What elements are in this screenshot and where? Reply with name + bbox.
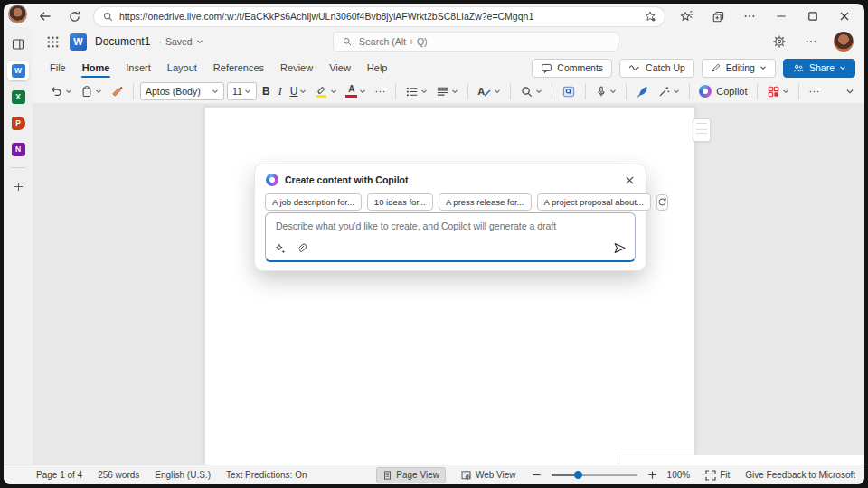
send-button[interactable] <box>613 241 627 255</box>
app-search-input[interactable] <box>359 36 609 47</box>
refresh-icon <box>68 10 81 23</box>
account-avatar[interactable] <box>834 32 854 52</box>
sidebar-toggle-button[interactable] <box>7 34 29 54</box>
sidebar-item-onenote[interactable]: N <box>7 139 29 159</box>
search-in-document-button[interactable] <box>559 83 579 100</box>
sidebar-add-button[interactable] <box>7 176 29 196</box>
close-button[interactable] <box>835 7 854 25</box>
toolbar-divider <box>395 84 396 99</box>
app-launcher-button[interactable] <box>43 33 61 51</box>
collapse-ribbon-button[interactable] <box>843 85 857 98</box>
editor-button[interactable] <box>633 83 652 100</box>
collections-button[interactable] <box>709 7 727 25</box>
header-more-button[interactable] <box>802 33 820 51</box>
tab-help[interactable]: Help <box>359 58 396 78</box>
content-edge-strip <box>618 455 864 465</box>
tab-review[interactable]: Review <box>272 58 321 78</box>
chevron-down-icon <box>839 64 846 71</box>
zoom-out-button[interactable] <box>532 470 542 480</box>
align-button[interactable] <box>433 83 461 100</box>
text-predictions-status[interactable]: Text Predictions: On <box>226 470 307 480</box>
editing-mode-button[interactable]: Editing <box>702 59 776 78</box>
find-button[interactable] <box>517 83 545 100</box>
suggestion-chip[interactable]: A project proposal about... <box>537 193 651 211</box>
page-count[interactable]: Page 1 of 4 <box>36 470 82 480</box>
address-bar[interactable] <box>94 7 665 26</box>
tab-references[interactable]: References <box>205 58 272 78</box>
back-button[interactable] <box>36 7 54 25</box>
suggestion-chip[interactable]: A press release for... <box>439 193 532 211</box>
app-search-box[interactable] <box>333 32 618 52</box>
toolbar-divider <box>626 84 627 99</box>
tab-file[interactable]: File <box>42 58 74 78</box>
font-size-select[interactable]: 11 <box>227 82 257 100</box>
catch-up-button[interactable]: Catch Up <box>619 59 694 78</box>
collapsed-comment-card[interactable] <box>693 118 711 142</box>
minimize-button[interactable] <box>772 7 790 25</box>
toolbar-overflow-button[interactable] <box>806 84 823 99</box>
font-color-button[interactable]: A <box>343 83 369 99</box>
styles-button[interactable]: A <box>475 85 504 99</box>
language-status[interactable]: English (U.S.) <box>155 470 211 480</box>
undo-button[interactable] <box>47 83 75 100</box>
zoom-slider[interactable] <box>552 471 637 480</box>
refresh-suggestions-button[interactable] <box>656 194 668 211</box>
web-view-button[interactable]: Web View <box>455 468 522 483</box>
copilot-button[interactable]: Copilot <box>696 83 750 99</box>
document-page[interactable] <box>204 107 695 465</box>
zoom-slider-handle[interactable] <box>574 471 582 479</box>
tab-view[interactable]: View <box>321 58 359 78</box>
feedback-link[interactable]: Give Feedback to Microsoft <box>745 470 855 480</box>
chevron-down-icon <box>760 64 767 71</box>
italic-button[interactable]: I <box>276 83 285 100</box>
format-painter-button[interactable] <box>108 83 127 100</box>
formatting-toolbar: Aptos (Body) 11 B I U A A <box>33 80 864 103</box>
share-button[interactable]: Share <box>783 59 855 78</box>
settings-gear-button[interactable] <box>770 33 788 51</box>
tab-insert[interactable]: Insert <box>118 58 159 78</box>
copilot-dialog-header: Create content with Copilot <box>255 164 646 193</box>
attach-paperclip-icon[interactable] <box>296 242 307 255</box>
rewrite-sparkle-icon[interactable] <box>275 243 287 255</box>
bold-button[interactable]: B <box>259 83 273 99</box>
sidebar-item-word[interactable]: W <box>7 61 29 80</box>
comments-button[interactable]: Comments <box>532 59 612 78</box>
document-title[interactable]: Document1 <box>95 35 150 48</box>
designer-button[interactable] <box>764 83 792 100</box>
word-count[interactable]: 256 words <box>98 470 139 480</box>
underline-button[interactable]: U <box>288 83 310 99</box>
refresh-button[interactable] <box>65 7 83 25</box>
zoom-level[interactable]: 100% <box>667 470 691 480</box>
suggestion-chip[interactable]: 10 ideas for... <box>367 193 433 211</box>
sidebar-item-powerpoint[interactable]: P <box>7 113 29 133</box>
paste-button[interactable] <box>78 83 105 100</box>
font-name-select[interactable]: Aptos (Body) <box>140 82 224 100</box>
bookmark-star-icon[interactable] <box>644 10 656 23</box>
dictate-button[interactable] <box>592 83 619 100</box>
suggestion-chip[interactable]: A job description for... <box>265 193 362 211</box>
highlight-button[interactable] <box>312 82 340 100</box>
copilot-button-label: Copilot <box>716 86 747 97</box>
title-separator: · <box>158 36 162 47</box>
word-logo-icon[interactable]: W <box>70 33 87 51</box>
fit-icon <box>705 470 716 481</box>
copilot-close-button[interactable] <box>622 173 637 187</box>
page-view-button[interactable]: Page View <box>377 468 445 483</box>
browser-menu-button[interactable] <box>741 7 759 25</box>
more-formatting-button[interactable] <box>372 84 389 99</box>
toolbar-divider <box>757 84 758 99</box>
sidebar-item-excel[interactable]: X <box>7 87 29 107</box>
bullet-list-button[interactable] <box>402 83 430 100</box>
copilot-prompt-input[interactable] <box>266 213 635 260</box>
magic-wand-button[interactable] <box>655 83 683 100</box>
zoom-in-button[interactable] <box>647 470 657 480</box>
tab-home[interactable]: Home <box>74 58 118 78</box>
save-status[interactable]: · Saved <box>158 36 203 47</box>
fit-button[interactable]: Fit <box>700 468 735 483</box>
maximize-button[interactable] <box>804 7 822 25</box>
url-input[interactable] <box>119 11 638 22</box>
word-icon: W <box>12 64 25 78</box>
editing-label: Editing <box>726 62 755 73</box>
favorites-button[interactable] <box>677 7 695 25</box>
tab-layout[interactable]: Layout <box>159 58 205 78</box>
